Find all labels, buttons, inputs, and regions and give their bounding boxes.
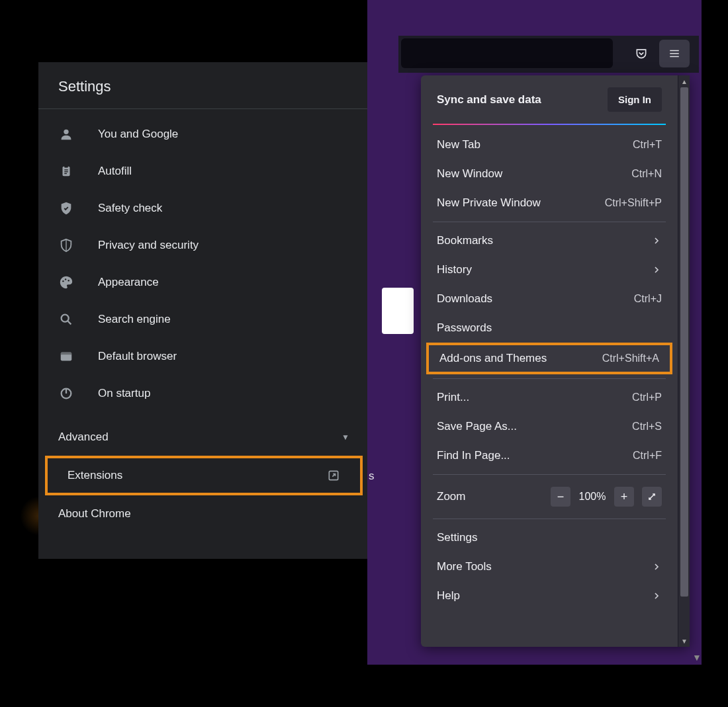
nav-label: Safety check xyxy=(98,202,162,215)
chrome-settings-panel: Settings You and Google Autofill Safety … xyxy=(38,62,369,559)
clipboard-icon xyxy=(58,163,74,179)
svg-point-6 xyxy=(62,280,64,282)
firefox-app-menu: ▲ ▼ Sync and save data Sign In New Tab C… xyxy=(421,75,690,647)
scroll-down-icon[interactable]: ▼ xyxy=(678,635,690,647)
nav-appearance[interactable]: Appearance xyxy=(38,264,369,301)
firefox-menu-button[interactable] xyxy=(659,40,690,67)
search-icon xyxy=(58,312,74,327)
svg-point-7 xyxy=(65,278,66,280)
nav-about-chrome[interactable]: About Chrome xyxy=(38,495,369,532)
chevron-right-icon xyxy=(651,235,662,246)
zoom-controls: − 100% + xyxy=(551,487,662,507)
chrome-header: Settings xyxy=(38,62,369,109)
palette-icon xyxy=(58,274,74,290)
menu-label: New Private Window xyxy=(437,196,541,210)
zoom-out-button[interactable]: − xyxy=(551,487,570,507)
nav-advanced[interactable]: Advanced ▼ xyxy=(38,419,369,456)
browser-icon xyxy=(58,349,74,364)
menu-new-private-window[interactable]: New Private Window Ctrl+Shift+P xyxy=(421,188,678,218)
gradient-divider xyxy=(433,124,666,125)
svg-point-8 xyxy=(68,280,69,281)
menu-label: Downloads xyxy=(437,292,492,306)
menu-label: More Tools xyxy=(437,560,492,573)
page-content-fragment xyxy=(382,288,414,334)
menu-downloads[interactable]: Downloads Ctrl+J xyxy=(421,284,678,313)
menu-new-window[interactable]: New Window Ctrl+N xyxy=(421,159,678,188)
menu-shortcut: Ctrl+T xyxy=(633,139,662,151)
menu-history[interactable]: History xyxy=(421,255,678,284)
nav-label: Privacy and security xyxy=(98,239,199,252)
nav-on-startup[interactable]: On startup xyxy=(38,375,369,412)
menu-zoom: Zoom − 100% + xyxy=(421,479,678,515)
menu-print[interactable]: Print... Ctrl+P xyxy=(421,383,678,412)
svg-rect-12 xyxy=(61,353,72,355)
nav-autofill[interactable]: Autofill xyxy=(38,153,369,190)
menu-divider xyxy=(433,378,666,379)
svg-rect-2 xyxy=(64,165,68,168)
menu-find-in-page[interactable]: Find In Page... Ctrl+F xyxy=(421,441,678,470)
menu-addons-highlighted[interactable]: Add-ons and Themes Ctrl+Shift+A xyxy=(426,343,672,374)
fullscreen-button[interactable] xyxy=(642,487,662,507)
menu-shortcut: Ctrl+S xyxy=(632,421,662,433)
menu-new-tab[interactable]: New Tab Ctrl+T xyxy=(421,130,678,159)
menu-more-tools[interactable]: More Tools xyxy=(421,552,678,581)
menu-label: Add-ons and Themes xyxy=(439,352,547,365)
signin-button[interactable]: Sign In xyxy=(608,87,662,112)
person-icon xyxy=(58,126,74,142)
nav-label: You and Google xyxy=(98,128,178,141)
chevron-right-icon xyxy=(651,561,662,572)
menu-label: Save Page As... xyxy=(437,420,517,433)
nav-label: Default browser xyxy=(98,350,177,363)
menu-shortcut: Ctrl+P xyxy=(632,392,662,403)
nav-search-engine[interactable]: Search engine xyxy=(38,301,369,338)
menu-settings[interactable]: Settings xyxy=(421,523,678,552)
svg-point-0 xyxy=(64,130,68,134)
menu-shortcut: Ctrl+Shift+A xyxy=(602,353,659,364)
nav-label: Autofill xyxy=(98,165,132,178)
nav-extensions-highlighted[interactable]: Extensions xyxy=(45,456,363,495)
menu-label: New Window xyxy=(437,167,502,181)
menu-save-page-as[interactable]: Save Page As... Ctrl+S xyxy=(421,412,678,441)
sync-section: Sync and save data Sign In xyxy=(421,75,678,124)
svg-line-19 xyxy=(649,494,655,499)
menu-label: Settings xyxy=(437,531,477,544)
sync-label: Sync and save data xyxy=(437,93,541,106)
menu-divider xyxy=(433,474,666,475)
power-icon xyxy=(58,386,74,401)
menu-help[interactable]: Help xyxy=(421,581,678,610)
about-label: About Chrome xyxy=(58,507,131,520)
menu-shortcut: Ctrl+N xyxy=(631,168,662,180)
svg-rect-4 xyxy=(64,171,68,172)
svg-rect-5 xyxy=(64,173,67,174)
chrome-nav-list: You and Google Autofill Safety check Pri… xyxy=(38,109,369,419)
menu-bookmarks[interactable]: Bookmarks xyxy=(421,226,678,255)
svg-line-10 xyxy=(68,321,71,324)
settings-title: Settings xyxy=(58,78,349,95)
page-text-fragment: s xyxy=(369,470,375,483)
zoom-in-button[interactable]: + xyxy=(614,487,634,507)
nav-privacy-security[interactable]: Privacy and security xyxy=(38,227,369,264)
nav-safety-check[interactable]: Safety check xyxy=(38,190,369,227)
nav-default-browser[interactable]: Default browser xyxy=(38,338,369,375)
menu-divider xyxy=(433,519,666,519)
scroll-thumb[interactable] xyxy=(680,87,688,597)
menu-scrollbar[interactable]: ▲ ▼ xyxy=(678,75,690,647)
caret-down-icon: ▼ xyxy=(341,433,349,442)
pocket-button[interactable] xyxy=(630,42,653,65)
chevron-right-icon xyxy=(651,591,662,601)
shield-check-icon xyxy=(58,200,74,216)
page-corner-caret-icon: ▼ xyxy=(692,652,702,663)
menu-shortcut: Ctrl+Shift+P xyxy=(605,197,662,209)
menu-shortcut: Ctrl+J xyxy=(634,293,662,305)
menu-passwords[interactable]: Passwords xyxy=(421,313,678,343)
open-external-icon xyxy=(327,469,340,482)
nav-you-and-google[interactable]: You and Google xyxy=(38,116,369,153)
menu-label: Find In Page... xyxy=(437,449,510,462)
nav-label: Search engine xyxy=(98,313,171,326)
firefox-urlbar[interactable] xyxy=(401,38,613,68)
menu-label: Print... xyxy=(437,391,469,404)
menu-label: Help xyxy=(437,589,460,603)
menu-label: Passwords xyxy=(437,321,492,335)
scroll-up-icon[interactable]: ▲ xyxy=(678,75,690,87)
zoom-label: Zoom xyxy=(437,490,465,503)
